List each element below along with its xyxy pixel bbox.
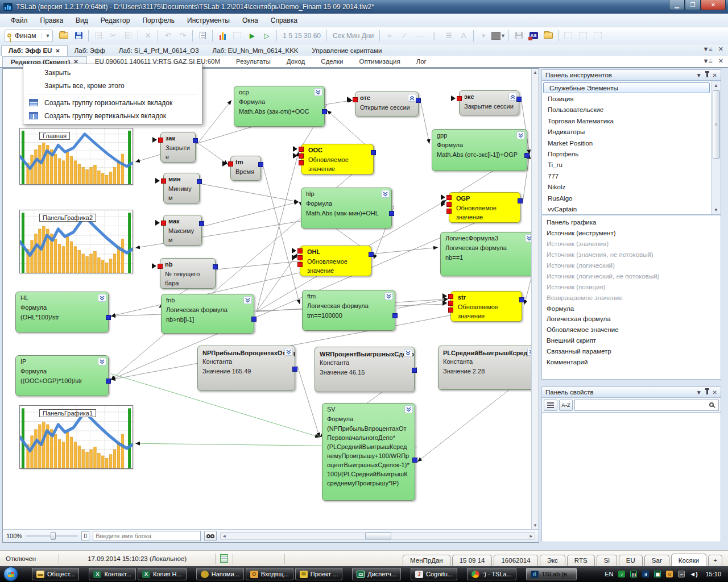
context-menu-item-1[interactable]: Закрыть все, кроме этого bbox=[24, 79, 201, 92]
element-type-10[interactable]: Обновляемое значение bbox=[542, 325, 721, 335]
block-lf3[interactable]: ЛогичесФормула3Логическая формулаnb==1 bbox=[440, 232, 536, 276]
pin-icon[interactable] bbox=[706, 73, 708, 77]
block-mak[interactable]: макМаксимум bbox=[163, 215, 202, 246]
element-type-6[interactable]: Источник (позиция) bbox=[542, 281, 721, 292]
block-nb[interactable]: nb№ текущего бара bbox=[160, 258, 216, 289]
input-port[interactable] bbox=[161, 221, 166, 226]
redo-button[interactable]: ↷ bbox=[176, 29, 189, 43]
menu-6[interactable]: Окна bbox=[236, 15, 264, 26]
block-hlp[interactable]: hlpФормулаMath.Abs (мак-мин)+OHL bbox=[301, 188, 392, 228]
taskbar-button-2[interactable]: XКопия Н... bbox=[138, 568, 187, 580]
output-port[interactable] bbox=[516, 97, 522, 102]
block-gpp[interactable]: gppФормулаMath.Abs (отс-экс[i-1])+OGP bbox=[432, 129, 527, 171]
tool-category-0[interactable]: Служебные Элементы bbox=[543, 82, 710, 93]
workspace-tab-1[interactable]: 15 09 14 bbox=[452, 555, 493, 566]
context-menu-item-0[interactable]: Закрыть bbox=[24, 66, 201, 79]
link-button[interactable] bbox=[230, 29, 244, 43]
close-icon[interactable]: ✕ bbox=[713, 72, 717, 78]
workspace-tab-8[interactable]: Косяки bbox=[671, 554, 707, 566]
collapse-chevron-icon[interactable] bbox=[408, 94, 416, 102]
script-properties-button[interactable] bbox=[196, 29, 209, 43]
collapse-chevron-icon[interactable] bbox=[98, 357, 106, 365]
chart-panel-pg1[interactable]: ПанельГрафика1 bbox=[19, 405, 133, 469]
chevron-down-icon[interactable]: ▼ bbox=[696, 389, 702, 396]
cut-button[interactable]: ✂ bbox=[106, 29, 120, 43]
element-type-13[interactable]: Комментарий bbox=[542, 357, 721, 368]
block-HL[interactable]: HLФормула(OHL*100)/str bbox=[15, 292, 109, 332]
block-search-input[interactable] bbox=[93, 531, 201, 541]
taskbar-button-5[interactable]: ✉Проект ... bbox=[295, 568, 342, 580]
canvas-vertical-scrollbar[interactable]: ▲▼ bbox=[531, 69, 539, 529]
input-port[interactable] bbox=[228, 161, 233, 167]
block-min[interactable]: минМинимум bbox=[163, 173, 200, 203]
edittab-3[interactable]: Доход bbox=[279, 56, 313, 66]
interval-units[interactable]: Сек Мин Дни bbox=[329, 32, 377, 40]
menu-7[interactable]: Справка bbox=[264, 15, 304, 26]
line-tool[interactable]: ∕ bbox=[398, 29, 411, 43]
minimize-button[interactable]: ▁ bbox=[669, 0, 685, 10]
tool-category-8[interactable]: 777 bbox=[542, 171, 711, 181]
workspace-tab-2[interactable]: 16062014 bbox=[494, 555, 537, 566]
canvas-horizontal-scrollbar[interactable]: ◄ ► bbox=[220, 532, 535, 540]
paste-button[interactable] bbox=[121, 29, 135, 43]
input-port[interactable] bbox=[457, 96, 462, 101]
element-type-0[interactable]: Панель графика bbox=[542, 217, 721, 228]
align-tool[interactable]: ☰ bbox=[442, 29, 456, 43]
close-icon[interactable]: ✕ bbox=[55, 48, 60, 54]
alphabetical-view-button[interactable]: A-Z bbox=[559, 400, 573, 411]
edittab-5[interactable]: Оптимизация bbox=[351, 56, 408, 66]
element-type-4[interactable]: Источник (логический) bbox=[542, 260, 721, 271]
labtab-2[interactable]: Лаб: Si_4_Prf_M_0614_O3 bbox=[112, 46, 206, 56]
output-port[interactable] bbox=[258, 162, 263, 167]
input-port[interactable] bbox=[353, 97, 358, 102]
tab-list-icon[interactable]: ▼≡ bbox=[702, 45, 712, 53]
block-ftm[interactable]: ftmЛогическая формулаtm==100000 bbox=[302, 290, 395, 331]
output-port[interactable] bbox=[292, 367, 297, 372]
labtab-4[interactable]: Управление скриптами bbox=[305, 46, 389, 56]
style-dropdown[interactable]: ▼ bbox=[477, 29, 490, 43]
close-icon[interactable]: ✕ bbox=[718, 57, 723, 65]
chart-panel-glav[interactable]: Главная bbox=[19, 128, 133, 185]
block-PL[interactable]: PLСреднийВыигрышКсреднемуПроигрышуКонста… bbox=[438, 346, 538, 390]
output-port[interactable] bbox=[106, 315, 111, 320]
chart-icon[interactable]: ıl bbox=[642, 571, 649, 577]
output-port[interactable] bbox=[213, 264, 218, 269]
headset-icon[interactable]: (ı) bbox=[630, 571, 637, 577]
volume-icon[interactable]: ◄) bbox=[690, 571, 697, 577]
workspace-tab-7[interactable]: Sar bbox=[644, 555, 669, 566]
start-button[interactable] bbox=[3, 567, 18, 581]
run-agent-button[interactable]: ▷ bbox=[260, 29, 274, 43]
collapse-chevron-icon[interactable] bbox=[314, 88, 322, 96]
chevron-down-icon[interactable]: ▼ bbox=[696, 72, 702, 78]
zoom-slider[interactable] bbox=[26, 535, 78, 537]
tool-category-11[interactable]: vvCaptain bbox=[542, 203, 711, 214]
input-port[interactable] bbox=[158, 138, 163, 143]
outlook-icon[interactable]: O bbox=[666, 571, 673, 577]
input-port[interactable] bbox=[446, 209, 452, 214]
pointer-tool[interactable]: ➢ bbox=[383, 29, 396, 43]
tool-category-6[interactable]: Портфель bbox=[542, 148, 711, 159]
tool-category-3[interactable]: Торговая Математика bbox=[542, 115, 711, 126]
text-tool[interactable]: A bbox=[457, 29, 470, 43]
menu-2[interactable]: Вид bbox=[69, 15, 94, 26]
notes-icon[interactable] bbox=[220, 554, 228, 563]
block-eks[interactable]: эксЗакрытие сессии bbox=[459, 90, 519, 115]
output-port[interactable] bbox=[199, 221, 204, 226]
collapse-chevron-icon[interactable] bbox=[404, 349, 412, 357]
input-port[interactable] bbox=[158, 264, 163, 269]
copy-button[interactable] bbox=[92, 29, 105, 43]
output-port[interactable] bbox=[106, 379, 111, 384]
edittab-4[interactable]: Сделки bbox=[313, 56, 351, 66]
collapse-chevron-icon[interactable] bbox=[508, 93, 517, 101]
open-agent-button[interactable] bbox=[541, 29, 555, 43]
output-port[interactable] bbox=[519, 297, 524, 302]
script-canvas[interactable]: ГлавнаяПанельГрафика2ПанельГрафика1осрФо… bbox=[2, 68, 539, 543]
taskbar-button-9[interactable]: ılTSLab (в... bbox=[526, 568, 577, 580]
block-str[interactable]: strОбновляемое значение bbox=[450, 291, 522, 322]
chart-button[interactable] bbox=[216, 29, 229, 43]
workspace-tab-add[interactable]: + bbox=[708, 555, 722, 566]
collapse-chevron-icon[interactable] bbox=[243, 296, 252, 304]
input-port[interactable] bbox=[297, 262, 303, 267]
output-port[interactable] bbox=[392, 313, 398, 318]
audio-note-icon[interactable]: ♪ bbox=[618, 571, 625, 577]
